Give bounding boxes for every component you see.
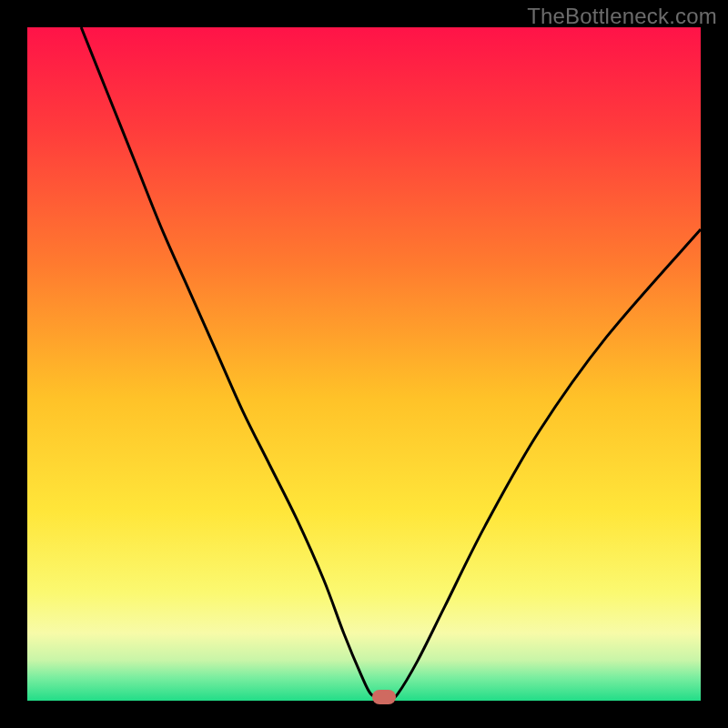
watermark-text: TheBottleneck.com	[527, 4, 717, 29]
gradient-background	[27, 27, 701, 701]
optimal-point-marker	[372, 690, 396, 704]
plot-svg	[27, 27, 701, 701]
plot-area	[27, 27, 701, 701]
chart-frame: TheBottleneck.com	[0, 0, 728, 728]
